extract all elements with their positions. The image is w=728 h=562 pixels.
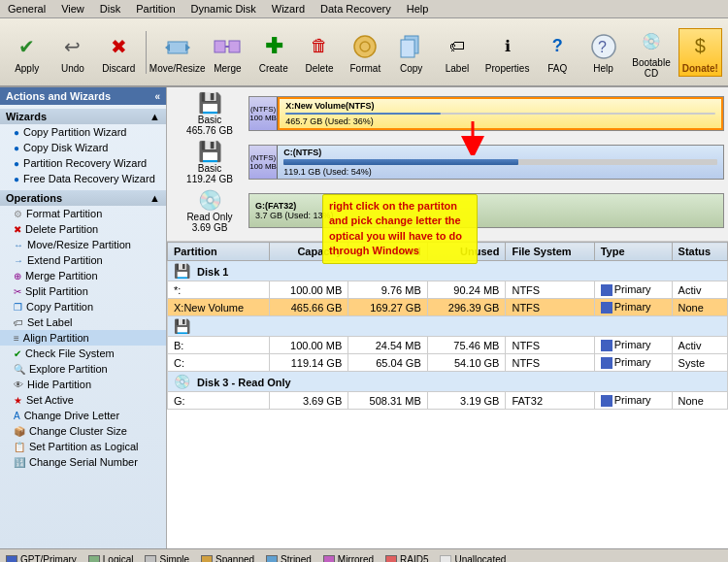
- wizards-section-title[interactable]: Wizards ▲: [0, 109, 166, 124]
- delete-partition-label: Delete Partition: [25, 223, 98, 235]
- set-partition-logical-label: Set Partition as Logical: [29, 441, 139, 452]
- move-resize-button[interactable]: Move/Resize: [152, 28, 203, 77]
- menu-general[interactable]: General: [4, 2, 50, 16]
- sidebar-item-copy-partition[interactable]: ❐ Copy Partition: [0, 299, 166, 314]
- main-area: Actions and Wizards « Wizards ▲ ● Copy P…: [0, 87, 728, 548]
- logical-label: Logical: [103, 554, 134, 562]
- collapse-icon[interactable]: «: [154, 91, 160, 102]
- sidebar-item-copy-partition-wizard[interactable]: ● Copy Partition Wizard: [0, 124, 166, 140]
- sidebar-item-format-partition[interactable]: ⚙ Format Partition: [0, 206, 166, 221]
- disk3-gvolume[interactable]: G:(FAT32) 3.7 GB (Used: 13%): [249, 194, 723, 227]
- disk3-bar-container: G:(FAT32) 3.7 GB (Used: 13%): [248, 193, 724, 228]
- status-gpt-primary: GPT/Primary: [6, 554, 77, 562]
- faq-label: FAQ: [547, 63, 567, 74]
- menu-partition[interactable]: Partition: [132, 2, 179, 16]
- sidebar-item-align-partition[interactable]: ≡ Align Partition: [0, 330, 166, 346]
- disk2-table-header: 💾: [168, 316, 728, 337]
- faq-icon: ?: [542, 31, 573, 62]
- copy-disk-wizard-label: Copy Disk Wizard: [23, 142, 108, 153]
- svg-point-6: [354, 36, 376, 57]
- change-drive-letter-icon: A: [14, 411, 20, 421]
- properties-button[interactable]: ℹ Properties: [482, 28, 533, 77]
- sidebar-item-partition-recovery-wizard[interactable]: ● Partition Recovery Wizard: [0, 155, 166, 171]
- sidebar-item-hide-partition[interactable]: 👁 Hide Partition: [0, 377, 166, 392]
- merge-partition-icon: ⊕: [14, 271, 21, 281]
- menu-help[interactable]: Help: [403, 2, 433, 16]
- help-button[interactable]: ? Help: [582, 28, 624, 77]
- disk2-cvolume[interactable]: C:(NTFS) 119.1 GB (Used: 54%): [278, 146, 723, 179]
- ptable: Partition Capacity Used Unused File Syst…: [167, 242, 728, 410]
- table-row[interactable]: *: 100.00 MB 9.76 MB 90.24 MB NTFS Prima…: [168, 281, 728, 299]
- change-cluster-size-label: Change Cluster Size: [29, 425, 127, 437]
- raid5-box: [385, 555, 397, 563]
- gpt-primary-label: GPT/Primary: [20, 554, 77, 562]
- disk3-table-header: 💿 Disk 3 - Read Only: [168, 372, 728, 392]
- apply-label: Apply: [15, 63, 39, 74]
- check-file-system-icon: ✔: [14, 348, 21, 359]
- merge-button[interactable]: Merge: [207, 28, 248, 77]
- delete-button[interactable]: 🗑 Delete: [298, 28, 340, 77]
- bootcd-button[interactable]: 💿 Bootable CD: [628, 22, 674, 82]
- table-row[interactable]: G: 3.69 GB 508.31 MB 3.19 GB FAT32 Prima…: [168, 392, 728, 410]
- partition-recovery-wizard-icon: ●: [14, 158, 19, 169]
- sidebar-item-set-label[interactable]: 🏷 Set Label: [0, 314, 166, 330]
- gpt-primary-box: [6, 555, 17, 563]
- free-data-recovery-wizard-icon: ●: [14, 174, 19, 184]
- copy-button[interactable]: Copy: [390, 28, 432, 77]
- sidebar-item-delete-partition[interactable]: ✖ Delete Partition: [0, 221, 166, 237]
- disk2-cvolume-bar: [283, 159, 717, 165]
- disk2-ntfs-small[interactable]: (NTFS) 100 MB: [249, 146, 278, 179]
- table-row[interactable]: C: 119.14 GB 65.04 GB 54.10 GB NTFS Prim…: [168, 354, 728, 372]
- status-spanned: Spanned: [201, 554, 254, 562]
- sidebar-item-split-partition[interactable]: ✂ Split Partition: [0, 283, 166, 299]
- sidebar-item-extend-partition[interactable]: → Extend Partition: [0, 252, 166, 268]
- split-partition-icon: ✂: [14, 286, 21, 297]
- donate-button[interactable]: $ Donate!: [678, 28, 722, 77]
- menu-dynamic-disk[interactable]: Dynamic Disk: [187, 2, 260, 16]
- menu-data-recovery[interactable]: Data Recovery: [316, 2, 395, 16]
- sidebar-item-change-drive-letter[interactable]: A Change Drive Letter: [0, 408, 166, 423]
- sidebar-item-check-file-system[interactable]: ✔ Check File System: [0, 346, 166, 361]
- sidebar-item-move-resize-partition[interactable]: ↔ Move/Resize Partition: [0, 237, 166, 252]
- sidebar-item-copy-disk-wizard[interactable]: ● Copy Disk Wizard: [0, 140, 166, 155]
- sidebar-item-free-data-recovery-wizard[interactable]: ● Free Data Recovery Wizard: [0, 171, 166, 186]
- set-partition-logical-icon: 📋: [14, 442, 25, 452]
- col-type: Type: [594, 243, 672, 261]
- table-row[interactable]: B: 100.00 MB 24.54 MB 75.46 MB NTFS Prim…: [168, 337, 728, 354]
- format-button[interactable]: Format: [345, 28, 386, 77]
- striped-label: Striped: [281, 554, 312, 562]
- apply-button[interactable]: ✔ Apply: [6, 28, 48, 77]
- sidebar-item-merge-partition[interactable]: ⊕ Merge Partition: [0, 268, 166, 283]
- menu-wizard[interactable]: Wizard: [268, 2, 309, 16]
- create-button[interactable]: ✚ Create: [252, 28, 294, 77]
- merge-icon: [212, 31, 243, 62]
- sidebar-item-change-serial-number[interactable]: 🔢 Change Serial Number: [0, 454, 166, 470]
- sidebar-item-set-partition-logical[interactable]: 📋 Set Partition as Logical: [0, 439, 166, 454]
- delete-partition-icon: ✖: [14, 224, 21, 235]
- free-data-recovery-wizard-label: Free Data Recovery Wizard: [23, 173, 155, 184]
- annotation-bubble: right click on the partiton and pick cha…: [322, 194, 478, 264]
- menu-disk[interactable]: Disk: [96, 2, 124, 16]
- sidebar-item-set-active[interactable]: ★ Set Active: [0, 392, 166, 408]
- hide-partition-icon: 👁: [14, 380, 23, 390]
- faq-button[interactable]: ? FAQ: [537, 28, 579, 77]
- operations-section-title[interactable]: Operations ▲: [0, 190, 166, 206]
- label-button[interactable]: 🏷 Label: [436, 28, 478, 77]
- format-label: Format: [349, 63, 381, 74]
- format-partition-icon: ⚙: [14, 209, 22, 219]
- svg-rect-3: [215, 41, 225, 52]
- help-icon: ?: [588, 31, 619, 62]
- disk1-ntfs-small[interactable]: (NTFS) 100 MB: [249, 97, 278, 130]
- change-serial-number-icon: 🔢: [14, 457, 25, 468]
- sidebar-item-change-cluster-size[interactable]: 📦 Change Cluster Size: [0, 423, 166, 439]
- table-row-selected[interactable]: X:New Volume 465.66 GB 169.27 GB 296.39 …: [168, 299, 728, 316]
- sidebar-header: Actions and Wizards «: [0, 87, 166, 105]
- disk2-size: 119.24 GB: [171, 174, 248, 184]
- disk1-xvolume[interactable]: X:New Volume(NTFS) 465.7 GB (Used: 36%): [278, 97, 723, 130]
- undo-button[interactable]: ↩ Undo: [51, 28, 93, 77]
- menu-view[interactable]: View: [57, 2, 88, 16]
- disk3-header-icon: 💿: [174, 374, 190, 389]
- sidebar-item-explore-partition[interactable]: 🔍 Explore Partition: [0, 361, 166, 377]
- simple-box: [145, 555, 156, 563]
- discard-button[interactable]: ✖ Discard: [98, 28, 140, 77]
